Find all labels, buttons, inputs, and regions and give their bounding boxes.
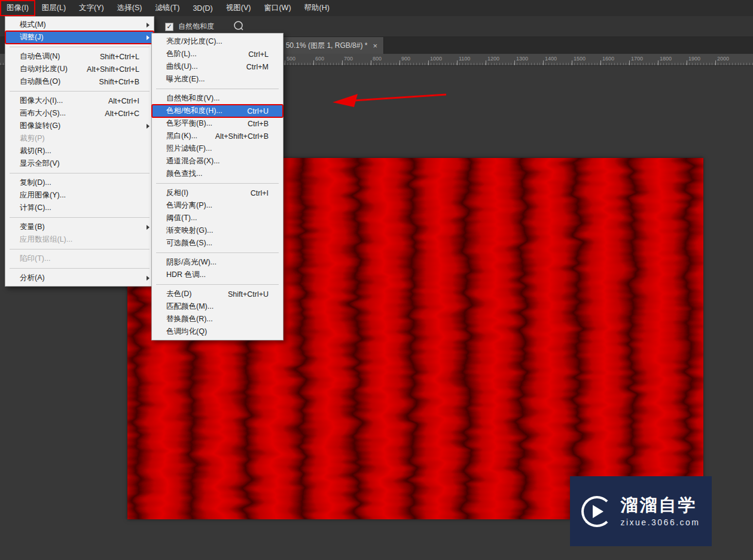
adjustments-submenu-item[interactable]: 去色(D)Shift+Ctrl+U (152, 288, 283, 300)
adjustments-submenu-item-label: 曲线(U)... (166, 62, 198, 72)
image-menu-item-label: 调整(J) (20, 32, 44, 42)
image-menu-item[interactable]: 显示全部(V) (5, 157, 154, 170)
adjustments-submenu-item-label: 亮度/对比度(C)... (166, 36, 222, 47)
vibrance-checkbox-label: 自然饱和度 (178, 22, 214, 32)
brush-circle-icon[interactable] (233, 20, 244, 33)
adjustments-submenu-item-label: 颜色查找... (166, 169, 202, 179)
image-menu-item-label: 陷印(T)... (20, 254, 50, 264)
image-menu-item[interactable]: 计算(C)... (5, 202, 154, 214)
adjustments-submenu-item[interactable]: 黑白(K)...Alt+Shift+Ctrl+B (152, 130, 283, 142)
menubar-item-4[interactable]: 滤镜(T) (148, 0, 186, 16)
submenu-arrow-icon (147, 124, 150, 129)
ruler-label: 1400 (545, 56, 557, 62)
menubar-item-1[interactable]: 图层(L) (35, 0, 72, 16)
adjustments-submenu-item[interactable]: 色阶(L)...Ctrl+L (152, 48, 283, 60)
adjustments-submenu-item[interactable]: 可选颜色(S)... (152, 237, 283, 249)
image-menu-item[interactable]: 裁切(R)... (5, 145, 154, 157)
ruler-label: 800 (373, 56, 382, 62)
adjustments-submenu-item[interactable]: 自然饱和度(V)... (152, 92, 283, 105)
adjustments-submenu-item[interactable]: 照片滤镜(F)... (152, 142, 283, 155)
adjustments-submenu-item[interactable]: 渐变映射(G)... (152, 224, 283, 237)
image-menu-separator (10, 217, 150, 218)
adjustments-submenu-item[interactable]: 曲线(U)...Ctrl+M (152, 60, 283, 73)
menubar-item-2[interactable]: 文字(Y) (72, 0, 111, 16)
image-menu-item: 陷印(T)... (5, 252, 154, 265)
image-menu-item[interactable]: 画布大小(S)...Alt+Ctrl+C (5, 107, 154, 120)
adjustments-submenu-item-label: 通道混合器(X)... (166, 156, 220, 166)
image-menu-item-label: 模式(M) (20, 20, 46, 30)
ruler-label: 1900 (688, 56, 700, 62)
image-menu-item[interactable]: 自动颜色(O)Shift+Ctrl+B (5, 75, 154, 88)
adjustments-submenu-item[interactable]: 阈值(T)... (152, 212, 283, 224)
menubar-item-7[interactable]: 窗口(W) (257, 0, 297, 16)
ruler-label: 1700 (631, 56, 643, 62)
image-menu-dropdown: 模式(M)调整(J)自动色调(N)Shift+Ctrl+L自动对比度(U)Alt… (5, 16, 154, 287)
adjustments-submenu-item-shortcut: Ctrl+B (239, 120, 269, 128)
ruler-tick (658, 60, 659, 65)
image-menu-item: 裁剪(P) (5, 132, 154, 145)
ruler-label: 1200 (487, 56, 499, 62)
watermark-play-logo-icon (581, 496, 612, 527)
adjustments-submenu-item[interactable]: HDR 色调... (152, 269, 283, 281)
ruler-tick (687, 60, 687, 65)
image-menu-item[interactable]: 分析(A) (5, 272, 154, 284)
image-menu-item-label: 自动对比度(U) (20, 64, 68, 74)
image-menu-item[interactable]: 变量(B) (5, 221, 154, 233)
annotation-arrow-icon (328, 89, 450, 109)
ruler-label: 1800 (660, 56, 672, 62)
image-menu-item[interactable]: 图像大小(I)...Alt+Ctrl+I (5, 95, 154, 107)
ruler-tick (371, 60, 371, 65)
adjustments-submenu-item[interactable]: 色调均化(Q) (152, 325, 283, 338)
image-menu-item-shortcut: Alt+Ctrl+I (100, 97, 139, 105)
ruler-tick (629, 60, 630, 65)
adjustments-submenu-item[interactable]: 色相/饱和度(H)...Ctrl+U (152, 105, 283, 117)
image-menu-item-label: 自动颜色(O) (20, 77, 60, 87)
vibrance-checkbox[interactable]: ✓ (165, 23, 173, 31)
adjustments-submenu-item[interactable]: 色彩平衡(B)...Ctrl+B (152, 117, 283, 130)
image-menu-item-label: 变量(B) (20, 222, 45, 232)
image-menu-item[interactable]: 应用图像(Y)... (5, 189, 154, 202)
ruler-label: 600 (315, 56, 324, 62)
image-menu-item: 应用数据组(L)... (5, 233, 154, 246)
watermark-badge: 溜溜自学 zixue.3066.com (570, 476, 712, 546)
menubar-item-0[interactable]: 图像(I) (0, 0, 35, 16)
adjustments-submenu-item-label: 自然饱和度(V)... (166, 93, 220, 104)
image-menu-separator (10, 268, 150, 269)
menubar-item-8[interactable]: 帮助(H) (298, 0, 336, 16)
image-menu-item[interactable]: 图像旋转(G) (5, 120, 154, 132)
adjustments-submenu-item[interactable]: 色调分离(P)... (152, 199, 283, 212)
adjustments-submenu-item-shortcut: Shift+Ctrl+U (220, 290, 269, 299)
adjustments-submenu-item[interactable]: 颜色查找... (152, 168, 283, 180)
adjustments-submenu-item[interactable]: 替换颜色(R)... (152, 313, 283, 325)
ruler-label: 500 (286, 56, 295, 62)
adjustments-submenu-item[interactable]: 阴影/高光(W)... (152, 256, 283, 269)
watermark-url: zixue.3066.com (620, 518, 700, 527)
image-menu-item[interactable]: 调整(J) (5, 31, 154, 44)
adjustments-submenu-item-label: 曝光度(E)... (166, 74, 205, 84)
adjustments-submenu-separator (156, 252, 279, 253)
menubar-item-5[interactable]: 3D(D) (186, 0, 219, 16)
ruler-tick (715, 60, 716, 65)
adjustments-submenu-item-label: 反相(I) (166, 188, 188, 198)
adjustments-submenu-item-label: 色相/饱和度(H)... (166, 106, 222, 116)
menubar-item-6[interactable]: 视图(V) (220, 0, 258, 16)
image-menu-item[interactable]: 自动色调(N)Shift+Ctrl+L (5, 50, 154, 63)
adjustments-submenu-item[interactable]: 反相(I)Ctrl+I (152, 187, 283, 199)
ruler-label: 2000 (717, 56, 729, 62)
image-menu-item-label: 分析(A) (20, 273, 45, 283)
ruler-tick (600, 60, 601, 65)
image-menu-item-label: 计算(C)... (20, 203, 51, 213)
adjustments-submenu-item-shortcut: Ctrl+L (240, 50, 269, 59)
adjustments-submenu: 亮度/对比度(C)...色阶(L)...Ctrl+L曲线(U)...Ctrl+M… (151, 33, 283, 340)
adjustments-submenu-separator (156, 89, 279, 89)
image-menu-item[interactable]: 自动对比度(U)Alt+Shift+Ctrl+L (5, 63, 154, 75)
adjustments-submenu-item[interactable]: 通道混合器(X)... (152, 155, 283, 168)
image-menu-item-label: 应用数据组(L)... (20, 235, 72, 245)
adjustments-submenu-item[interactable]: 亮度/对比度(C)... (152, 35, 283, 48)
menubar-item-3[interactable]: 选择(S) (111, 0, 149, 16)
image-menu-item[interactable]: 模式(M) (5, 19, 154, 31)
tab-close-icon[interactable]: × (373, 41, 377, 50)
adjustments-submenu-item[interactable]: 曝光度(E)... (152, 73, 283, 86)
adjustments-submenu-item[interactable]: 匹配颜色(M)... (152, 300, 283, 313)
image-menu-item[interactable]: 复制(D)... (5, 176, 154, 189)
